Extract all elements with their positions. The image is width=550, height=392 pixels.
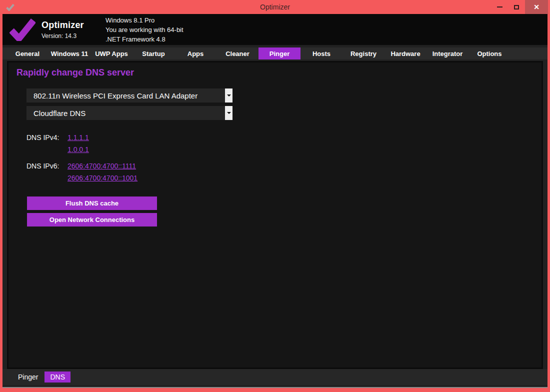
- dns-provider-dropdown-button[interactable]: [225, 106, 232, 120]
- dns-provider-dropdown[interactable]: Cloudflare DNS: [26, 106, 232, 120]
- dns-ipv6-label: DNS IPv6:: [26, 162, 68, 182]
- dns-ipv6-secondary-link[interactable]: 2606:4700:4700::1001: [68, 174, 138, 182]
- maximize-button[interactable]: [508, 0, 525, 14]
- flush-dns-cache-button[interactable]: Flush DNS cache: [27, 196, 157, 210]
- app-title-block: Optimizer Version: 14.3: [42, 20, 96, 40]
- minimize-icon: [497, 6, 502, 8]
- maximize-icon: [514, 5, 519, 10]
- app-name: Optimizer: [42, 20, 96, 30]
- tab-windows-11[interactable]: Windows 11: [48, 48, 90, 60]
- dns-ipv4-row: DNS IPv4: 1.1.1.1 1.0.0.1: [26, 134, 89, 154]
- window-body: Optimizer Version: 14.3 Windows 8.1 Pro …: [2, 14, 548, 388]
- system-info-framework: .NET Framework 4.8: [106, 34, 184, 44]
- tab-startup[interactable]: Startup: [132, 48, 174, 60]
- app-window: Optimizer ✕ Optimizer Version: 14.3: [0, 0, 550, 392]
- tab-hosts[interactable]: Hosts: [300, 48, 342, 60]
- window-controls: ✕: [491, 0, 550, 14]
- dns-panel: Rapidly change DNS server 802.11n Wirele…: [7, 61, 543, 369]
- main-tabstrip: General Windows 11 UWP Apps Startup Apps…: [2, 48, 548, 60]
- subtab-pinger[interactable]: Pinger: [12, 372, 44, 382]
- system-info: Windows 8.1 Pro You are working with 64-…: [106, 16, 184, 44]
- tab-options[interactable]: Options: [468, 48, 510, 60]
- network-adapter-dropdown[interactable]: 802.11n Wireless PCI Express Card LAN Ad…: [26, 88, 232, 102]
- dns-ipv4-secondary-link[interactable]: 1.0.0.1: [68, 146, 89, 154]
- header: Optimizer Version: 14.3 Windows 8.1 Pro …: [2, 14, 548, 45]
- bottom-tabstrip: Pinger DNS: [2, 369, 548, 385]
- panel-wrap: Rapidly change DNS server 802.11n Wirele…: [2, 60, 548, 369]
- chevron-down-icon: [227, 112, 231, 114]
- tab-hardware[interactable]: Hardware: [384, 48, 426, 60]
- page-title: Rapidly change DNS server: [16, 68, 134, 78]
- window-title: Optimizer: [0, 3, 550, 11]
- app-check-icon: [6, 4, 14, 11]
- tab-integrator[interactable]: Integrator: [426, 48, 468, 60]
- chevron-down-icon: [227, 94, 231, 96]
- close-button[interactable]: ✕: [525, 0, 548, 14]
- tab-general[interactable]: General: [6, 48, 48, 60]
- network-adapter-dropdown-button[interactable]: [225, 88, 232, 102]
- tab-pinger[interactable]: Pinger: [258, 48, 300, 60]
- system-info-os: Windows 8.1 Pro: [106, 16, 184, 25]
- open-network-connections-button[interactable]: Open Network Connections: [27, 213, 157, 226]
- subtab-dns[interactable]: DNS: [44, 372, 70, 382]
- dns-ipv4-primary-link[interactable]: 1.1.1.1: [68, 134, 89, 142]
- network-adapter-dropdown-value: 802.11n Wireless PCI Express Card LAN Ad…: [34, 92, 198, 100]
- tab-registry[interactable]: Registry: [342, 48, 384, 60]
- tab-uwp-apps[interactable]: UWP Apps: [90, 48, 132, 60]
- optimizer-logo-check-icon: [10, 18, 36, 41]
- dns-ipv6-primary-link[interactable]: 2606:4700:4700::1111: [68, 162, 138, 170]
- dns-ipv6-links: 2606:4700:4700::1111 2606:4700:4700::100…: [68, 162, 138, 182]
- tab-apps[interactable]: Apps: [174, 48, 216, 60]
- titlebar: Optimizer ✕: [0, 0, 550, 14]
- tab-cleaner[interactable]: Cleaner: [216, 48, 258, 60]
- app-version: Version: 14.3: [42, 32, 96, 40]
- close-icon: ✕: [534, 4, 540, 10]
- dns-ipv4-label: DNS IPv4:: [26, 134, 68, 154]
- dns-provider-dropdown-value: Cloudflare DNS: [34, 109, 86, 118]
- minimize-button[interactable]: [491, 0, 508, 14]
- dns-ipv6-row: DNS IPv6: 2606:4700:4700::1111 2606:4700…: [26, 162, 138, 182]
- dns-ipv4-links: 1.1.1.1 1.0.0.1: [68, 134, 89, 154]
- system-info-arch: You are working with 64-bit: [106, 25, 184, 34]
